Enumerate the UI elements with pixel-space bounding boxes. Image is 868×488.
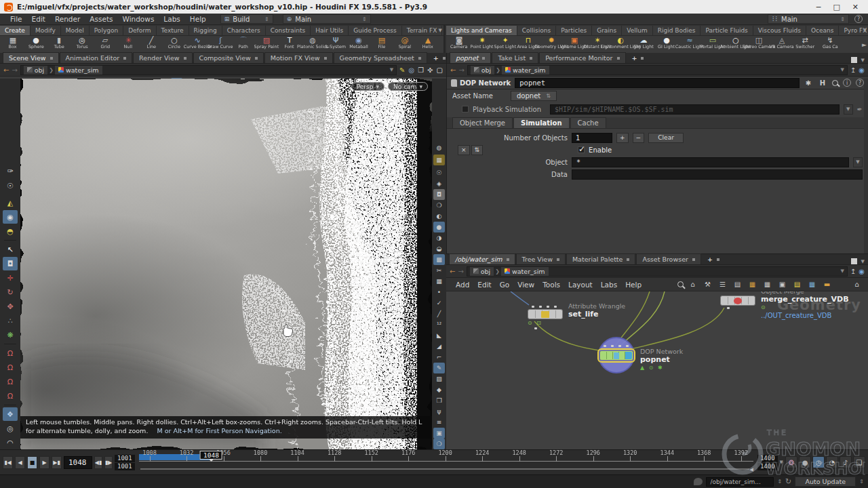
tool-icon[interactable]: ↻ (3, 285, 18, 299)
shelf-tab[interactable]: Texture (157, 26, 189, 35)
shelf-tab[interactable]: Create (0, 26, 31, 35)
tool-icon[interactable]: ❋ (3, 328, 18, 342)
tab-close-icon[interactable] (255, 57, 258, 60)
tool-icon[interactable]: ☉ (3, 179, 18, 192)
tool-icon[interactable]: ❖ (3, 407, 18, 421)
clear-button[interactable]: Clear (648, 133, 684, 143)
display-option-icon[interactable]: ◣ (433, 330, 445, 341)
help-icon[interactable]: ? (854, 15, 863, 23)
playbar-option-icon[interactable]: ◷ (812, 456, 825, 468)
remove-object-button[interactable]: − (633, 133, 645, 143)
display-option-icon[interactable]: ◒ (433, 243, 445, 254)
shelf-tool[interactable]: ◍ Platonic Solids (301, 37, 324, 49)
display-option-icon[interactable]: ▣ (433, 428, 445, 439)
breadcrumb-obj[interactable]: obj (470, 267, 494, 276)
network-toolbar-icon[interactable]: ▣ (776, 279, 788, 289)
display-option-icon[interactable]: ψ (433, 406, 445, 417)
shelf-tool[interactable]: ◉ Metaball (347, 37, 370, 49)
range-end-handle[interactable]: ◀ (750, 467, 753, 472)
shelf-tool[interactable]: @ Spiral (393, 37, 416, 49)
display-option-icon[interactable]: ✓ (433, 298, 445, 308)
display-option-icon[interactable]: ¹² (433, 319, 445, 330)
param-tab[interactable]: Cache (570, 117, 606, 128)
shelf-tab[interactable]: Collisions (517, 26, 556, 35)
recook-icon[interactable]: ↻ (785, 477, 791, 486)
pane-tab[interactable]: Render View (133, 52, 192, 63)
display-option-icon[interactable]: ◆ (433, 384, 445, 395)
pane-menu-icon[interactable]: ▼ (861, 58, 865, 63)
playbar-option-icon[interactable]: ❏ (853, 456, 865, 468)
path-dropdown-icon[interactable]: ▼ (390, 67, 393, 73)
shelf-tab[interactable]: Oceans (806, 26, 839, 35)
tab-close-icon[interactable] (627, 258, 629, 261)
search-icon[interactable] (832, 80, 838, 86)
menu-item[interactable]: Labs (159, 14, 184, 24)
tab-close-icon[interactable] (324, 57, 327, 60)
play-button[interactable]: ▶ (39, 456, 50, 469)
tool-icon[interactable]: ◎ (3, 422, 18, 435)
shelf-tool[interactable]: ↯ Gas Ca (816, 37, 844, 49)
tool-icon[interactable]: ◉ (3, 210, 18, 224)
shelf-tool[interactable]: ▲ Helix (416, 37, 439, 49)
pane-tab[interactable]: Tree View (516, 253, 566, 264)
network-menu-item[interactable]: Edit (473, 280, 495, 289)
shelf-tab[interactable]: Guide Process (349, 26, 401, 35)
pane-tab[interactable]: Animation Editor (60, 52, 133, 63)
network-menu-item[interactable]: Help (621, 280, 646, 289)
object-dropdown-icon[interactable]: ▼ (853, 157, 863, 167)
pane-tab[interactable]: + (627, 53, 650, 63)
tab-close-icon[interactable] (507, 258, 509, 261)
shelf-tab[interactable]: Characters (222, 26, 266, 35)
breadcrumb-node[interactable]: water_sim (501, 267, 549, 276)
display-option-icon[interactable]: ◈ (433, 178, 445, 189)
shelf-tool[interactable]: ◫ Stereo Camera (747, 37, 770, 49)
network-toolbar-icon[interactable]: ▬ (821, 279, 833, 289)
display-option-icon[interactable]: ◐ (433, 211, 445, 222)
context-path-field[interactable]: /obj/water_sim... (706, 477, 774, 487)
display-option-icon[interactable]: ◍ (433, 142, 445, 153)
pane-menu-icon[interactable]: ▼ (861, 259, 865, 264)
display-option-icon[interactable]: ❍ (433, 200, 445, 211)
menu-item[interactable]: Windows (117, 14, 159, 24)
shelf-tool[interactable]: ʃ Draw Curve (209, 37, 232, 49)
node-flags[interactable]: ▲ ⊙ ✱ (640, 365, 683, 371)
playbar-option-icon[interactable]: ❂ (785, 456, 797, 468)
breadcrumb-obj[interactable]: obj (24, 66, 47, 75)
breadcrumb[interactable]: obj ❯ water_sim ▼ (20, 65, 397, 75)
link-mode-icon[interactable]: ◉ (859, 268, 865, 275)
tool-icon[interactable]: ✛ (3, 271, 18, 285)
minimize-button[interactable]: ─ (816, 3, 821, 12)
houdini-engine-icon[interactable]: H (818, 78, 827, 88)
tool-icon[interactable]: ✑ (3, 164, 18, 178)
shelf-tab[interactable]: Particle Fluids (701, 26, 753, 35)
display-option-icon[interactable]: ● (433, 222, 445, 232)
tab-close-icon[interactable] (617, 57, 620, 60)
node-merge-creature-vdb[interactable]: Object Merge merge_creature_VDB ⊙ ../OUT… (720, 296, 755, 306)
node-type-badge[interactable]: DOP Network (451, 79, 511, 87)
jump-to-start-button[interactable]: ▮◀ (3, 456, 13, 469)
shelf-tab[interactable]: Modify (31, 26, 61, 35)
shelf-tool[interactable]: ● Sphere (24, 37, 47, 49)
step-forward-button[interactable]: ▮▶ (104, 456, 113, 469)
shelf-tab[interactable]: Viscous Fluids (753, 26, 806, 35)
network-toolbar-icon[interactable]: ⌂ (851, 279, 863, 289)
tool-icon[interactable]: ◠ (3, 436, 18, 449)
jump-to-end-button[interactable]: ▶▮ (52, 456, 62, 469)
menu-item[interactable]: File (5, 14, 27, 24)
display-option-icon[interactable]: ◘ (433, 189, 445, 200)
shelf-tool[interactable]: ○ Circle (163, 37, 186, 49)
network-menu-item[interactable]: Tools (538, 280, 564, 289)
shelf-overflow-icon[interactable]: ▼ (439, 28, 442, 33)
pane-tab[interactable]: Composite View (193, 52, 264, 63)
shelf-tool[interactable]: ▱ Grid (94, 37, 117, 49)
range-start-field[interactable]: 1001 (115, 455, 135, 462)
stop-button[interactable]: ■ (27, 456, 37, 469)
display-option-icon[interactable]: ✂ (433, 265, 445, 276)
playback-start-field[interactable]: 1001 (115, 463, 135, 470)
tool-icon[interactable]: ↖ (3, 243, 18, 256)
network-toolbar-icon[interactable]: ▦ (762, 279, 773, 289)
tool-icon[interactable]: ◭ (3, 196, 18, 209)
enable-checkbox[interactable] (578, 146, 585, 153)
breadcrumb-node[interactable]: water_sim (55, 66, 102, 75)
menu-item[interactable]: Render (50, 14, 85, 24)
